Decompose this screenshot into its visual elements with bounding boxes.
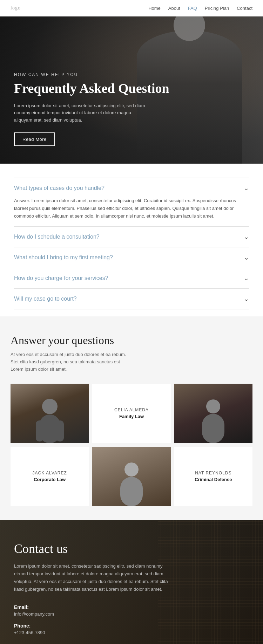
faq-item-2: How do I schedule a consultation? ⌄ xyxy=(14,227,249,247)
faq-item-3: What should I bring to my first meeting?… xyxy=(14,247,249,268)
nav-about[interactable]: About xyxy=(168,6,180,11)
contact-section: Contact us Lorem ipsum dolor sit amet, c… xyxy=(0,520,263,644)
chevron-down-icon-5: ⌄ xyxy=(244,295,249,303)
team-card-jack[interactable]: JACK ALVAREZ Corporate Law xyxy=(11,447,89,506)
team-member-name-nat: NAT REYNOLDS xyxy=(195,471,231,475)
team-photo-woman1 xyxy=(174,384,252,443)
svg-rect-7 xyxy=(120,477,143,506)
hero-title: Frequently Asked Question xyxy=(14,81,169,97)
faq-question-text-1: What types of cases do you handle? xyxy=(14,185,104,191)
nav-home[interactable]: Home xyxy=(148,6,161,11)
nav-links: Home About FAQ Pricing Plan Contact xyxy=(148,5,252,11)
team-member-role-nat: Criminal Defense xyxy=(195,477,232,482)
faq-question-3[interactable]: What should I bring to my first meeting?… xyxy=(14,254,249,261)
team-member-role-jack: Corporate Law xyxy=(34,477,66,482)
team-card-photo-woman1[interactable] xyxy=(174,384,252,443)
contact-phone-label: Phone: xyxy=(14,623,249,629)
team-photo-woman2 xyxy=(92,447,170,506)
faq-item-1: What types of cases do you handle? ⌄ Ans… xyxy=(14,178,249,227)
person-silhouette-2 xyxy=(199,398,227,443)
svg-rect-5 xyxy=(202,414,224,443)
read-more-button[interactable]: Read More xyxy=(14,132,55,146)
contact-email-label: Email: xyxy=(14,604,249,610)
logo: logo xyxy=(11,5,21,11)
nav-pricing[interactable]: Pricing Plan xyxy=(205,6,229,11)
hero-eyebrow: HOW CAN WE HELP YOU xyxy=(14,72,169,77)
hero-section: HOW CAN WE HELP YOU Frequently Asked Que… xyxy=(0,16,263,164)
svg-point-0 xyxy=(42,399,58,414)
person-silhouette-1 xyxy=(36,398,64,443)
faq-question-text-3: What should I bring to my first meeting? xyxy=(14,254,113,261)
faq-answer-1: Answer. Lorem ipsum dolor sit amet, cons… xyxy=(14,197,249,220)
contact-email-value[interactable]: info@company.com xyxy=(14,611,249,617)
team-member-name-celia: CELIA ALMEDA xyxy=(114,407,149,412)
team-card-photo-woman2[interactable] xyxy=(92,447,170,506)
team-section-description: At vero eos et accusam et justo duo dolo… xyxy=(11,351,130,373)
chevron-down-icon-2: ⌄ xyxy=(244,233,249,241)
faq-section: What types of cases do you handle? ⌄ Ans… xyxy=(0,164,263,316)
team-card-photo-man1[interactable] xyxy=(11,384,89,443)
faq-question-text-2: How do I schedule a consultation? xyxy=(14,234,100,240)
team-photo-man1 xyxy=(11,384,89,443)
contact-title: Contact us xyxy=(14,541,249,556)
team-card-nat[interactable]: NAT REYNOLDS Criminal Defense xyxy=(174,447,252,506)
nav-faq[interactable]: FAQ xyxy=(188,6,197,11)
svg-point-6 xyxy=(124,463,139,477)
team-section: Answer your questions At vero eos et acc… xyxy=(0,316,263,520)
faq-item-4: How do you charge for your services? ⌄ xyxy=(14,268,249,289)
chevron-down-icon-3: ⌄ xyxy=(244,254,249,261)
team-member-role-celia: Family Law xyxy=(119,414,144,419)
faq-question-5[interactable]: Will my case go to court? ⌄ xyxy=(14,295,249,303)
faq-item-5: Will my case go to court? ⌄ xyxy=(14,289,249,309)
contact-content: Contact us Lorem ipsum dolor sit amet, c… xyxy=(14,541,249,635)
contact-phone-value[interactable]: +123-456-7890 xyxy=(14,630,249,635)
chevron-down-icon-4: ⌄ xyxy=(244,274,249,282)
faq-question-1[interactable]: What types of cases do you handle? ⌄ xyxy=(14,184,249,192)
chevron-down-icon-1: ⌄ xyxy=(244,184,249,192)
faq-question-text-4: How do you charge for your services? xyxy=(14,275,108,281)
person-silhouette-3 xyxy=(117,461,146,506)
contact-description: Lorem ipsum dolor sit amet, consetetur s… xyxy=(14,562,168,593)
hero-content: HOW CAN WE HELP YOU Frequently Asked Que… xyxy=(0,72,183,146)
team-grid: CELIA ALMEDA Family Law JACK ALVAREZ Cor… xyxy=(11,384,252,506)
nav-contact[interactable]: Contact xyxy=(237,6,252,11)
navbar: logo Home About FAQ Pricing Plan Contact xyxy=(0,0,263,16)
faq-question-4[interactable]: How do you charge for your services? ⌄ xyxy=(14,274,249,282)
svg-rect-2 xyxy=(36,420,43,441)
faq-question-2[interactable]: How do I schedule a consultation? ⌄ xyxy=(14,233,249,241)
faq-question-text-5: Will my case go to court? xyxy=(14,296,77,302)
team-member-name-jack: JACK ALVAREZ xyxy=(33,471,67,475)
hero-description: Lorem ipsum dolor sit amet, consetetur s… xyxy=(14,102,147,124)
svg-rect-3 xyxy=(56,420,64,441)
team-section-title: Answer your questions xyxy=(11,334,252,347)
team-card-celia[interactable]: CELIA ALMEDA Family Law xyxy=(92,384,170,443)
svg-point-4 xyxy=(206,399,220,413)
